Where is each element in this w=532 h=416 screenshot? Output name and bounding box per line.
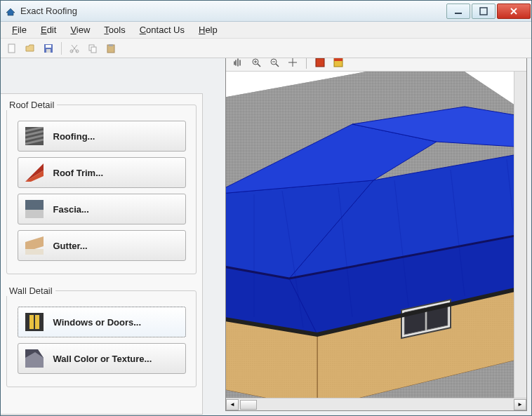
viewport-panel: ◄ ► xyxy=(225,58,527,411)
scroll-left-icon[interactable]: ◄ xyxy=(226,399,239,410)
svg-marker-0 xyxy=(6,8,15,15)
view-mode-b-icon[interactable] xyxy=(331,58,346,69)
svg-rect-6 xyxy=(46,49,51,53)
viewport-toolbar xyxy=(226,58,526,72)
fascia-label: Fascia... xyxy=(53,204,89,215)
roof-trim-icon xyxy=(25,163,44,182)
app-window: Exact Roofing File Edit View Tools Conta… xyxy=(0,0,532,416)
house-3d-model xyxy=(226,72,526,398)
viewport-separator xyxy=(306,58,307,69)
menu-help[interactable]: Help xyxy=(193,23,223,36)
svg-rect-5 xyxy=(46,45,51,48)
svg-rect-29 xyxy=(334,58,343,61)
toolbar-separator xyxy=(61,42,62,55)
new-icon[interactable] xyxy=(5,41,19,55)
svg-rect-17 xyxy=(25,210,44,218)
crosshair-icon[interactable] xyxy=(285,58,300,69)
menu-contact[interactable]: Contact Us xyxy=(134,23,190,36)
cut-icon[interactable] xyxy=(67,41,81,55)
gutter-icon xyxy=(25,236,44,255)
paste-icon[interactable] xyxy=(104,41,118,55)
save-icon[interactable] xyxy=(41,41,55,55)
roofing-icon xyxy=(25,127,44,145)
menu-file[interactable]: File xyxy=(6,23,32,36)
roof-detail-legend: Roof Detail xyxy=(6,100,57,110)
fascia-button[interactable]: Fascia... xyxy=(18,194,186,224)
view-mode-a-icon[interactable] xyxy=(312,58,328,69)
minimize-button[interactable] xyxy=(446,4,470,19)
windows-doors-label: Windows or Doors... xyxy=(53,317,142,328)
svg-rect-1 xyxy=(455,13,462,14)
scroll-right-icon[interactable]: ► xyxy=(514,399,526,410)
fascia-icon xyxy=(25,200,44,218)
close-button[interactable] xyxy=(497,4,531,19)
svg-rect-27 xyxy=(316,58,324,67)
svg-rect-21 xyxy=(29,315,34,329)
app-icon xyxy=(5,6,16,17)
windows-doors-button[interactable]: Windows or Doors... xyxy=(18,307,186,337)
zoom-in-icon[interactable] xyxy=(248,58,264,69)
wall-color-button[interactable]: Wall Color or Texture... xyxy=(18,343,186,374)
gutter-label: Gutter... xyxy=(53,241,88,251)
copy-icon[interactable] xyxy=(86,41,100,55)
roofing-button[interactable]: Roofing... xyxy=(18,121,186,152)
menu-edit[interactable]: Edit xyxy=(35,23,62,36)
window-title: Exact Roofing xyxy=(20,6,446,16)
svg-rect-10 xyxy=(91,47,96,53)
roof-trim-label: Roof Trim... xyxy=(53,168,104,178)
menubar: File Edit View Tools Contact Us Help xyxy=(1,22,531,39)
maximize-button[interactable] xyxy=(472,4,496,19)
wall-color-icon xyxy=(25,349,44,368)
open-icon[interactable] xyxy=(23,41,37,55)
svg-rect-22 xyxy=(35,315,39,329)
scrollbar-horizontal[interactable]: ◄ ► xyxy=(226,398,526,410)
zoom-out-icon[interactable] xyxy=(267,58,282,69)
svg-rect-12 xyxy=(109,44,113,46)
wall-color-label: Wall Color or Texture... xyxy=(53,354,152,364)
svg-rect-20 xyxy=(25,313,44,331)
menu-tools[interactable]: Tools xyxy=(98,23,131,36)
menu-view[interactable]: View xyxy=(65,23,95,36)
wall-detail-group: Wall Detail Windows or Doors... Wall Col… xyxy=(6,287,197,387)
scroll-thumb[interactable] xyxy=(240,400,257,410)
titlebar[interactable]: Exact Roofing xyxy=(1,1,531,22)
main-toolbar xyxy=(1,39,531,58)
wall-detail-legend: Wall Detail xyxy=(6,286,55,296)
roof-detail-group: Roof Detail Roofing... Roof Trim... Fasc… xyxy=(6,101,197,274)
windows-doors-icon xyxy=(25,313,44,331)
side-panel: Roof Detail Roofing... Roof Trim... Fasc… xyxy=(1,93,203,415)
roof-trim-button[interactable]: Roof Trim... xyxy=(18,157,186,188)
svg-rect-19 xyxy=(25,249,44,255)
svg-rect-16 xyxy=(25,200,44,210)
content-area: Roof Detail Roofing... Roof Trim... Fasc… xyxy=(1,58,531,415)
roofing-label: Roofing... xyxy=(53,131,95,142)
svg-rect-3 xyxy=(8,44,15,53)
scrollbar-vertical[interactable] xyxy=(514,72,526,398)
viewport-canvas[interactable] xyxy=(226,72,526,398)
svg-rect-2 xyxy=(480,8,487,15)
pan-icon[interactable] xyxy=(230,58,246,69)
gutter-button[interactable]: Gutter... xyxy=(18,230,186,261)
